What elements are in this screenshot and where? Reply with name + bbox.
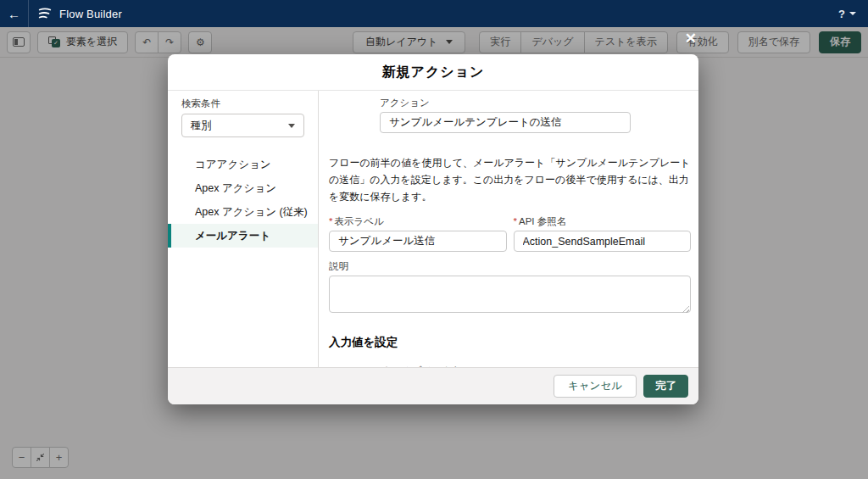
display-label-input[interactable] xyxy=(329,231,507,252)
app-title: Flow Builder xyxy=(59,8,122,20)
api-name-label: *API 参照名 xyxy=(514,215,692,228)
filter-type-dropdown[interactable]: 種別 xyxy=(181,114,304,137)
category-list: コアアクション Apex アクション Apex アクション (従来) メールアラ… xyxy=(168,153,318,248)
action-category-sidebar: 検索条件 種別 コアアクション Apex アクション Apex アクション (従… xyxy=(168,91,319,367)
modal-header: 新規アクション xyxy=(168,54,698,91)
chevron-down-icon xyxy=(849,12,856,15)
sidebar-item-apex-actions-legacy[interactable]: Apex アクション (従来) xyxy=(168,200,318,224)
cancel-button[interactable]: キャンセル xyxy=(554,375,637,398)
intro-text: フローの前半の値を使用して、メールアラート「サンプルメールテンプレートの送信」の… xyxy=(329,154,691,205)
filter-label: 検索条件 xyxy=(181,97,304,110)
done-button[interactable]: 完了 xyxy=(643,375,688,398)
modal-title: 新規アクション xyxy=(382,64,485,81)
filter-type-value: 種別 xyxy=(191,119,212,133)
new-action-modal: 新規アクション 検索条件 種別 コアアクション Apex アクション Apex … xyxy=(168,54,698,404)
required-asterisk: * xyxy=(514,216,517,226)
modal-footer: キャンセル 完了 xyxy=(168,367,698,404)
description-textarea[interactable] xyxy=(329,276,691,313)
chevron-down-icon xyxy=(288,124,295,128)
sidebar-item-core-actions[interactable]: コアアクション xyxy=(168,153,318,176)
help-menu[interactable]: ? xyxy=(838,8,856,20)
action-label: アクション xyxy=(380,97,631,109)
back-arrow-icon: ← xyxy=(8,7,20,21)
sidebar-item-email-alert[interactable]: メールアラート xyxy=(168,224,318,248)
set-input-values-heading: 入力値を設定 xyxy=(329,335,691,350)
action-input[interactable] xyxy=(380,112,631,133)
sidebar-item-apex-actions[interactable]: Apex アクション xyxy=(168,176,318,200)
modal-close-button[interactable]: ✕ xyxy=(685,31,697,46)
api-name-input[interactable] xyxy=(514,231,692,252)
action-form: アクション フローの前半の値を使用して、メールアラート「サンプルメールテンプレー… xyxy=(319,91,698,367)
description-label: 説明 xyxy=(329,260,691,273)
flow-builder-logo-icon xyxy=(37,6,53,21)
back-button[interactable]: ← xyxy=(0,0,29,27)
help-icon: ? xyxy=(838,8,845,20)
display-label-label: *表示ラベル xyxy=(329,215,507,228)
close-icon: ✕ xyxy=(685,31,697,47)
required-asterisk: * xyxy=(329,216,332,226)
app-header: ← Flow Builder ? xyxy=(0,0,868,27)
